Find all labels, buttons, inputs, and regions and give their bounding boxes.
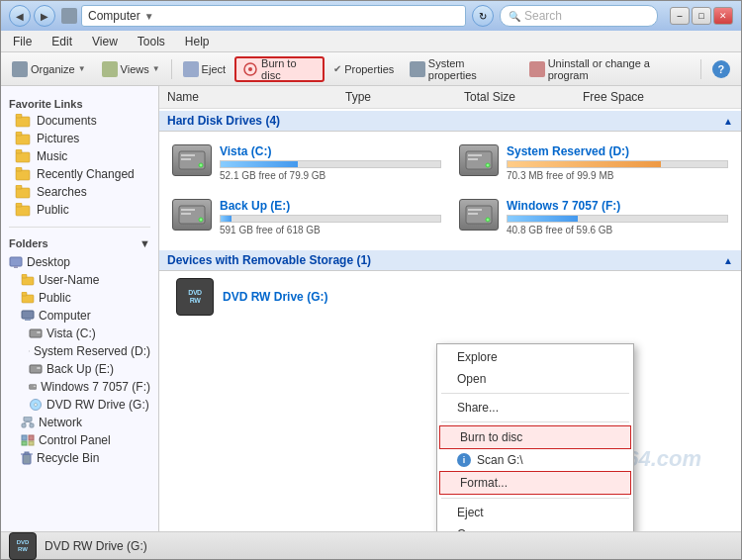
menu-help[interactable]: Help bbox=[181, 33, 214, 50]
folder-dvd[interactable]: DVD RW Drive (G:) bbox=[1, 396, 158, 414]
folders-list: Desktop User-Name Public Computer bbox=[1, 253, 158, 467]
searches-icon bbox=[15, 185, 31, 199]
svg-rect-41 bbox=[23, 454, 31, 464]
nav-buttons: ◀ ▶ bbox=[9, 5, 55, 27]
main-area: Favorite Links Documents Pictures Music … bbox=[1, 86, 741, 531]
address-arrow: ▼ bbox=[144, 11, 154, 22]
folder-system-reserved[interactable]: System Reserved (D:) bbox=[1, 342, 158, 360]
folder-control-panel[interactable]: Control Panel bbox=[1, 431, 158, 449]
svg-rect-43 bbox=[25, 452, 29, 454]
sidebar-divider bbox=[9, 227, 150, 228]
win7-name: Windows 7 7057 (F:) bbox=[507, 199, 728, 213]
favorites-title: Favorite Links bbox=[1, 94, 158, 112]
folder-vista[interactable]: Vista (C:) bbox=[1, 325, 158, 342]
svg-rect-19 bbox=[22, 292, 27, 296]
back-button[interactable]: ◀ bbox=[9, 5, 31, 27]
search-bar[interactable]: 🔍 Search bbox=[500, 5, 658, 27]
refresh-button[interactable]: ↻ bbox=[472, 5, 494, 27]
folder-win7[interactable]: Windows 7 7057 (F:) bbox=[1, 378, 158, 396]
folders-header[interactable]: Folders ▼ bbox=[1, 233, 158, 253]
svg-rect-37 bbox=[22, 435, 27, 440]
organize-button[interactable]: Organize ▼ bbox=[5, 56, 93, 82]
properties-label: Properties bbox=[344, 63, 394, 75]
sidebar-item-recently-changed[interactable]: Recently Changed bbox=[1, 165, 158, 183]
win7-bar-container bbox=[507, 215, 728, 223]
main-window: ◀ ▶ Computer ▼ ↻ 🔍 Search – □ ✕ File Edi… bbox=[0, 0, 742, 560]
burn-button[interactable]: Burn to disc bbox=[234, 56, 325, 82]
ctx-scan[interactable]: i Scan G:\ bbox=[437, 449, 633, 471]
folder-public[interactable]: Public bbox=[1, 289, 158, 307]
status-bar: DVDRW DVD RW Drive (G:) bbox=[1, 531, 741, 559]
menu-file[interactable]: File bbox=[9, 33, 36, 50]
system-reserved-bar-container bbox=[507, 160, 728, 168]
hard-drives-collapse[interactable]: ▲ bbox=[723, 116, 733, 127]
sidebar-item-documents[interactable]: Documents bbox=[1, 112, 158, 130]
drive-win7[interactable]: Windows 7 7057 (F:) 40.8 GB free of 59.6… bbox=[454, 194, 733, 240]
properties-button[interactable]: ✔ Properties bbox=[326, 56, 401, 82]
uninstall-button[interactable]: Uninstall or change a program bbox=[522, 56, 696, 82]
views-button[interactable]: Views ▼ bbox=[95, 56, 167, 82]
system-props-icon bbox=[410, 61, 425, 77]
toolbar: Organize ▼ Views ▼ Eject Burn to disc ✔ … bbox=[1, 52, 741, 86]
close-button[interactable]: ✕ bbox=[713, 7, 733, 25]
ctx-burn[interactable]: Burn to disc bbox=[439, 425, 631, 449]
organize-label: Organize bbox=[31, 63, 75, 75]
eject-button[interactable]: Eject bbox=[176, 56, 232, 82]
ctx-explore[interactable]: Explore bbox=[437, 346, 633, 368]
svg-rect-21 bbox=[25, 319, 31, 321]
address-text: Computer bbox=[88, 9, 140, 23]
ctx-sep3 bbox=[441, 498, 629, 499]
search-icon: 🔍 bbox=[509, 11, 520, 22]
svg-rect-39 bbox=[22, 441, 27, 445]
system-reserved-bar bbox=[508, 161, 661, 167]
burn-icon bbox=[242, 61, 258, 77]
menu-bar: File Edit View Tools Help bbox=[1, 31, 741, 52]
maximize-button[interactable]: □ bbox=[692, 7, 711, 25]
ctx-copy[interactable]: Copy bbox=[437, 523, 633, 531]
sidebar-item-searches[interactable]: Searches bbox=[1, 183, 158, 201]
drive-vista[interactable]: Vista (C:) 52.1 GB free of 79.9 GB bbox=[167, 140, 446, 186]
folder-computer[interactable]: Computer bbox=[1, 307, 158, 325]
drive-system-reserved[interactable]: System Reserved (D:) 70.3 MB free of 99.… bbox=[454, 140, 733, 186]
help-button[interactable]: ? bbox=[705, 56, 737, 82]
sep2 bbox=[700, 59, 701, 79]
folder-username[interactable]: User-Name bbox=[1, 271, 158, 289]
folder-backup[interactable]: Back Up (E:) bbox=[1, 360, 158, 378]
folder-desktop[interactable]: Desktop bbox=[1, 253, 158, 271]
folder-network[interactable]: Network bbox=[1, 414, 158, 431]
sidebar-item-music[interactable]: Music bbox=[1, 147, 158, 165]
svg-rect-32 bbox=[24, 417, 32, 421]
hard-drives-grid: Vista (C:) 52.1 GB free of 79.9 GB Syste… bbox=[159, 132, 741, 248]
col-free-space[interactable]: Free Space bbox=[583, 90, 733, 104]
svg-rect-34 bbox=[30, 423, 34, 427]
sidebar-item-pictures[interactable]: Pictures bbox=[1, 130, 158, 147]
ctx-share[interactable]: Share... bbox=[437, 397, 633, 419]
menu-tools[interactable]: Tools bbox=[134, 33, 169, 50]
ctx-sep2 bbox=[441, 421, 629, 422]
ctx-format[interactable]: Format... bbox=[439, 471, 631, 495]
removable-collapse[interactable]: ▲ bbox=[723, 255, 733, 266]
system-props-button[interactable]: System properties bbox=[403, 56, 520, 82]
sidebar-item-public[interactable]: Public bbox=[1, 201, 158, 219]
system-props-label: System properties bbox=[428, 57, 513, 81]
address-bar[interactable]: Computer ▼ bbox=[81, 5, 466, 27]
recently-changed-icon bbox=[15, 167, 31, 181]
col-name[interactable]: Name bbox=[167, 90, 345, 104]
menu-view[interactable]: View bbox=[88, 33, 122, 50]
drive-backup[interactable]: Back Up (E:) 591 GB free of 618 GB bbox=[167, 194, 446, 240]
col-total-size[interactable]: Total Size bbox=[464, 90, 583, 104]
ctx-sep1 bbox=[441, 393, 629, 394]
backup-icon-large bbox=[172, 199, 212, 231]
minimize-button[interactable]: – bbox=[670, 7, 690, 25]
forward-button[interactable]: ▶ bbox=[34, 5, 55, 27]
folder-recycle-bin[interactable]: Recycle Bin bbox=[1, 449, 158, 467]
col-type[interactable]: Type bbox=[345, 90, 464, 104]
backup-bar bbox=[221, 216, 232, 222]
views-label: Views bbox=[121, 63, 149, 75]
vista-bar-container bbox=[220, 160, 441, 168]
ctx-open[interactable]: Open bbox=[437, 368, 633, 390]
dvd-drive-item[interactable]: DVDRW DVD RW Drive (G:) bbox=[159, 271, 741, 323]
menu-edit[interactable]: Edit bbox=[47, 33, 76, 50]
status-text: DVD RW Drive (G:) bbox=[45, 539, 147, 553]
ctx-eject[interactable]: Eject bbox=[437, 502, 633, 523]
